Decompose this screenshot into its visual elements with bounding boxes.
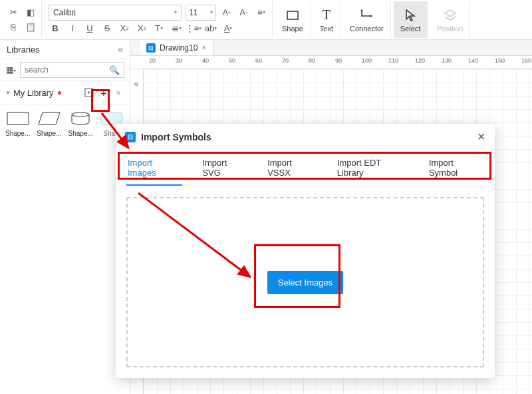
position-label: Position <box>437 25 463 33</box>
shape-label: Shape... <box>68 130 93 137</box>
font-group: Calibri ▾ 11 ▾ A+ A− ≡▾ B I U S X2 X2 T▾… <box>45 1 273 38</box>
strikethrough-icon[interactable]: S <box>100 22 114 35</box>
close-library-icon[interactable]: × <box>112 87 124 98</box>
shape-item[interactable]: Shape... <box>68 111 93 137</box>
connector-label: Connector <box>350 25 384 33</box>
chevron-down-icon: ▾ <box>174 9 177 15</box>
position-tool[interactable]: Position <box>430 1 470 38</box>
shape-label: Shape <box>282 25 303 33</box>
library-search[interactable]: 🔍 <box>20 62 124 78</box>
import-tab[interactable]: Import EDT Library <box>336 152 409 186</box>
import-tab[interactable]: Import VSSX <box>266 152 317 186</box>
align-icon[interactable]: ≣▾ <box>170 22 183 35</box>
shapes-grid: Shape... Shape... Shape... Sha... <box>0 104 130 144</box>
decrease-font-icon[interactable]: A− <box>237 6 251 19</box>
svg-point-1 <box>361 9 363 11</box>
underline-icon[interactable]: U <box>83 22 96 35</box>
app-icon: ⊟ <box>146 43 156 53</box>
font-size-value: 11 <box>189 8 198 17</box>
ruler-tick: 20 <box>149 57 156 64</box>
paste-icon[interactable]: 📋 <box>24 21 37 34</box>
subscript-icon[interactable]: X2 <box>135 22 148 35</box>
svg-rect-4 <box>7 112 29 124</box>
font-color-icon[interactable]: A▾ <box>221 22 235 35</box>
document-tabs: ⊟ Drawing10 × <box>130 40 532 56</box>
svg-point-5 <box>72 112 89 116</box>
close-dialog-icon[interactable]: ✕ <box>477 130 485 143</box>
import-tab[interactable]: Import Images <box>126 152 182 186</box>
ruler-tick: 70 <box>282 57 289 64</box>
libraries-sidebar: Libraries « ▦▾ 🔍 ▼ My Library + × <box>0 40 130 394</box>
cut-icon[interactable]: ✂ <box>7 6 20 19</box>
ruler-tick: 110 <box>388 57 398 64</box>
ruler-tick: 0 <box>133 83 140 86</box>
search-input[interactable] <box>25 65 109 75</box>
text-case-icon[interactable]: T▾ <box>152 22 166 35</box>
select-tool[interactable]: Select <box>394 1 428 38</box>
chevron-down-icon: ▼ <box>5 90 11 96</box>
ruler-tick: 100 <box>362 57 372 64</box>
text-tool[interactable]: T Text <box>313 1 340 38</box>
rectangle-icon <box>6 111 30 126</box>
drop-zone[interactable]: Select Images <box>126 197 484 367</box>
svg-rect-6 <box>101 112 122 124</box>
ruler-tick: 150 <box>495 57 505 64</box>
import-tab[interactable]: Import Symbol <box>428 152 484 186</box>
ruler-tick: 90 <box>335 57 342 64</box>
copy-icon[interactable]: ⎘ <box>7 21 20 34</box>
chevron-down-icon: ▾ <box>210 9 213 15</box>
font-family-value: Calibri <box>53 8 76 17</box>
ribbon-toolbar: ✂ ◧ ⎘ 📋 Calibri ▾ 11 ▾ A+ A− ≡▾ B I U S <box>0 0 532 40</box>
ruler-tick: 130 <box>442 57 452 64</box>
library-grid-icon[interactable]: ▦▾ <box>5 65 16 75</box>
unsaved-indicator <box>58 91 61 95</box>
ruler-tick: 120 <box>415 57 425 64</box>
dialog-title: Import Symbols <box>141 132 211 142</box>
shape-item[interactable]: Shape... <box>5 111 30 137</box>
import-library-icon[interactable] <box>83 87 95 98</box>
increase-font-icon[interactable]: A+ <box>220 6 233 19</box>
shape-label: Shape... <box>37 130 61 137</box>
sidebar-title: Libraries <box>7 45 40 55</box>
svg-rect-0 <box>287 11 298 19</box>
line-spacing-icon[interactable]: ≡▾ <box>255 6 268 19</box>
ruler-tick: 50 <box>229 57 235 64</box>
cylinder-icon <box>68 111 92 126</box>
select-images-button[interactable]: Select Images <box>267 271 343 294</box>
parallelogram-icon <box>37 111 61 126</box>
app-icon: ⊟ <box>125 132 136 142</box>
bullets-icon[interactable]: ⋮≡▾ <box>187 22 200 35</box>
ruler-tick: 80 <box>309 57 315 64</box>
font-size-select[interactable]: 11 ▾ <box>186 5 216 21</box>
ruler-tick: 30 <box>176 57 182 64</box>
format-painter-icon[interactable]: ◧ <box>24 6 37 19</box>
collapse-sidebar-icon[interactable]: « <box>118 44 123 55</box>
text-label: Text <box>320 25 333 33</box>
library-name: My Library <box>13 88 54 98</box>
import-tab[interactable]: Import SVG <box>201 152 247 186</box>
italic-icon[interactable]: I <box>66 22 79 35</box>
connector-tool[interactable]: Connector <box>343 1 391 38</box>
my-library-header[interactable]: ▼ My Library + × <box>0 81 130 104</box>
ruler-tick: 140 <box>468 57 478 64</box>
tab-title: Drawing10 <box>160 43 198 53</box>
document-tab[interactable]: ⊟ Drawing10 × <box>140 40 213 55</box>
superscript-icon[interactable]: X2 <box>118 22 131 35</box>
horizontal-ruler: 2030405060708090100110120130140150160 <box>130 56 532 69</box>
svg-point-2 <box>370 15 372 17</box>
select-label: Select <box>400 25 421 33</box>
add-library-icon[interactable]: + <box>98 87 110 98</box>
shape-tool[interactable]: Shape <box>275 1 311 38</box>
clear-format-icon[interactable]: ab▾ <box>204 22 217 35</box>
ruler-tick: 40 <box>202 57 209 64</box>
clipboard-group: ✂ ◧ ⎘ 📋 <box>3 1 42 38</box>
import-symbols-dialog: ⊟ Import Symbols ✕ Import ImagesImport S… <box>116 124 495 378</box>
ruler-tick: 160 <box>521 57 531 64</box>
ruler-tick: 60 <box>255 57 262 64</box>
shape-label: Shape... <box>5 130 30 137</box>
font-family-select[interactable]: Calibri ▾ <box>49 5 182 21</box>
shape-item[interactable]: Shape... <box>37 111 61 137</box>
bold-icon[interactable]: B <box>49 22 62 35</box>
close-tab-icon[interactable]: × <box>201 43 206 53</box>
search-icon[interactable]: 🔍 <box>109 65 120 75</box>
